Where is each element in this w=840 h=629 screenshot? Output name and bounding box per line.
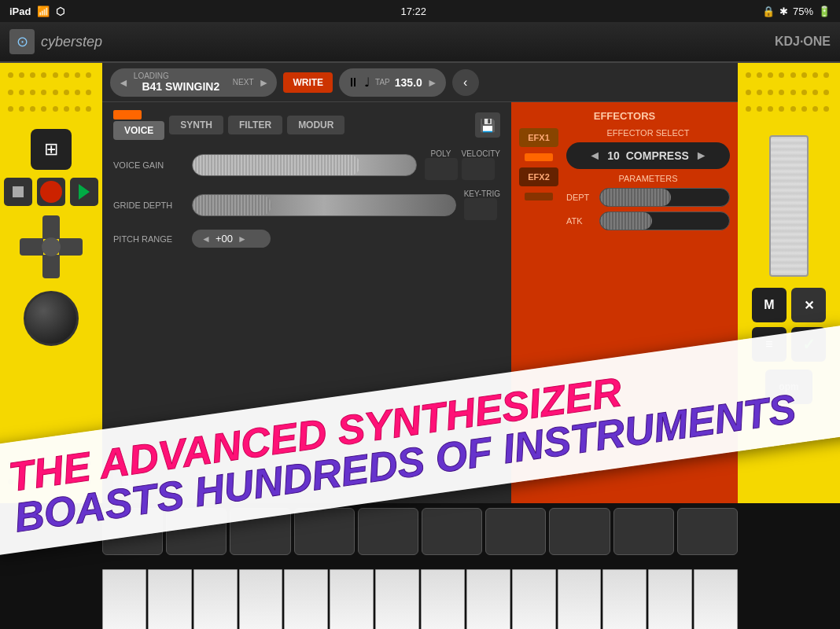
dpad-left[interactable] (20, 238, 43, 256)
dot (746, 72, 751, 78)
key-trig-button[interactable] (464, 198, 497, 220)
atk-slider[interactable] (599, 212, 730, 230)
dot (790, 72, 796, 78)
pitch-strip[interactable] (769, 135, 809, 277)
note-icon: ♩ (364, 75, 370, 90)
save-button[interactable]: 💾 (475, 112, 500, 138)
dot (75, 106, 80, 112)
key-c2[interactable] (421, 569, 465, 629)
dot (19, 72, 24, 78)
drum-pad-7[interactable] (485, 508, 546, 555)
next-label: NEXT (233, 78, 254, 86)
drum-pad-10[interactable] (677, 508, 738, 555)
menu-button[interactable]: ⊞ (31, 129, 72, 170)
preset-next-arrow[interactable]: ► (259, 76, 270, 89)
drum-pad-6[interactable] (422, 508, 482, 555)
poly-button[interactable] (425, 158, 458, 180)
effector-prev-arrow[interactable]: ◄ (588, 149, 601, 163)
drum-pad-9[interactable] (613, 508, 674, 555)
bpm-arrow[interactable]: ► (427, 76, 438, 89)
key-a[interactable] (330, 569, 374, 629)
battery-bar-icon: 🔋 (818, 6, 831, 17)
status-time: 17:22 (400, 6, 426, 17)
key-f[interactable] (239, 569, 283, 629)
preset-selector[interactable]: ◄ LOADING B41 SWINGIN2 NEXT ► (110, 68, 277, 97)
dot (86, 72, 91, 78)
key-b[interactable] (375, 569, 419, 629)
dpad-center[interactable] (42, 237, 61, 256)
efx1-button[interactable]: EFX1 (519, 128, 558, 147)
effector-select-label: EFFECTOR SELECT (566, 128, 730, 138)
dot (8, 90, 13, 95)
top-bar: ⊙ cyberstep KDJ·ONE (0, 22, 840, 63)
dept-fill (600, 189, 671, 206)
dot (53, 72, 58, 78)
pitch-right-arrow[interactable]: ► (238, 234, 247, 245)
key-d2[interactable] (466, 569, 510, 629)
poly-label: POLY (425, 149, 458, 158)
dpad-up[interactable] (42, 215, 60, 239)
gride-depth-fill (193, 195, 271, 215)
keyboard-area (0, 566, 840, 629)
key-g[interactable] (284, 569, 328, 629)
bluetooth-icon: ⬡ (56, 6, 64, 17)
voice-gain-slider[interactable] (192, 154, 417, 176)
joystick[interactable] (24, 291, 79, 346)
dot (75, 72, 80, 78)
record-button[interactable] (37, 178, 65, 206)
key-b2[interactable] (694, 569, 738, 629)
dpad-down[interactable] (42, 255, 60, 278)
key-f2[interactable] (558, 569, 602, 629)
key-d[interactable] (148, 569, 192, 629)
m-button[interactable]: M (752, 288, 787, 322)
efx2-button[interactable]: EFX2 (519, 167, 558, 186)
wifi-icon: 📶 (37, 6, 50, 17)
pitch-left-arrow[interactable]: ◄ (201, 234, 211, 245)
tap-label: TAP (375, 78, 390, 86)
dept-slider[interactable] (599, 188, 730, 207)
preset-name: B41 SWINGIN2 (134, 80, 228, 93)
play-button[interactable] (70, 178, 98, 206)
dot (64, 72, 69, 78)
velocity-button[interactable] (462, 158, 495, 180)
effector-selector[interactable]: ◄ 10 COMPRESS ► (566, 142, 730, 169)
atk-label: ATK (566, 216, 595, 226)
key-c[interactable] (102, 569, 146, 629)
status-left: iPad 📶 ⬡ (9, 6, 64, 17)
back-button[interactable]: ‹ (452, 69, 479, 96)
stop-button[interactable] (4, 178, 32, 206)
drum-pad-5[interactable] (358, 508, 418, 555)
dpad-right[interactable] (59, 238, 83, 256)
pause-icon: ⏸ (347, 75, 359, 90)
key-e[interactable] (193, 569, 238, 629)
tab-modur[interactable]: MODUR (287, 116, 344, 134)
bpm-selector[interactable]: ⏸ ♩ TAP 135.0 ► (339, 68, 446, 97)
pitch-display[interactable]: ◄ +00 ► (192, 230, 271, 248)
tab-voice[interactable]: VOICE (113, 121, 164, 140)
tab-row: VOICE SYNTH FILTER MODUR 💾 (113, 110, 500, 140)
x-button[interactable]: ✕ (791, 288, 826, 322)
drum-pad-8[interactable] (549, 508, 610, 555)
dpad[interactable] (20, 215, 83, 278)
dot (30, 106, 35, 112)
pitch-strip-lines (771, 137, 807, 275)
effector-next-arrow[interactable]: ► (695, 149, 708, 163)
bpm-value: 135.0 (395, 76, 422, 89)
preset-prev-arrow[interactable]: ◄ (118, 76, 129, 89)
gride-depth-row: GRIDE DEPTH KEY-TRIG (113, 189, 500, 220)
write-button[interactable]: WRITE (283, 72, 333, 93)
pitch-range-label: PITCH RANGE (113, 234, 184, 244)
dot (64, 90, 69, 95)
device-label: iPad (9, 6, 31, 17)
tab-synth[interactable]: SYNTH (169, 116, 223, 134)
efx1-indicator (525, 153, 553, 161)
key-g2[interactable] (602, 569, 647, 629)
mx-button-row: M ✕ (750, 288, 827, 322)
key-e2[interactable] (512, 569, 556, 629)
drum-pad-4[interactable] (294, 508, 355, 555)
voice-gain-row: VOICE GAIN POLY VELOCITY (113, 149, 500, 180)
voice-gain-fill (193, 155, 360, 175)
key-a2[interactable] (648, 569, 692, 629)
gride-depth-slider[interactable] (192, 194, 456, 216)
tab-filter[interactable]: FILTER (228, 116, 282, 134)
